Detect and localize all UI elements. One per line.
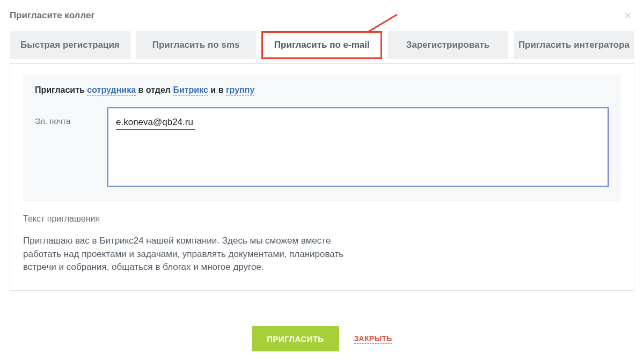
email-label: Эл. почта: [35, 107, 94, 126]
invite-button[interactable]: ПРИГЛАСИТЬ: [252, 326, 339, 351]
link-department[interactable]: Битрикс: [173, 85, 208, 95]
email-field[interactable]: [107, 107, 609, 187]
close-icon[interactable]: ×: [621, 10, 634, 21]
dialog-header: Пригласите коллег ×: [10, 10, 634, 21]
panel: Пригласить сотрудника в отдел Битрикс и …: [10, 63, 634, 291]
tab-label: Пригласить по e-mail: [274, 40, 370, 50]
tab-invite-integrator[interactable]: Пригласить интегратора: [514, 31, 634, 59]
invite-text: в отдел: [136, 85, 173, 94]
invitation-text-block: Текст приглашения Приглашаю вас в Битрик…: [23, 214, 621, 274]
button-label: ПРИГЛАСИТЬ: [267, 334, 324, 343]
footer: ПРИГЛАСИТЬ ЗАКРЫТЬ: [0, 318, 644, 360]
tab-label: Быстрая регистрация: [20, 40, 120, 50]
close-button[interactable]: ЗАКРЫТЬ: [354, 334, 392, 344]
dialog-title: Пригласите коллег: [10, 10, 95, 21]
tab-label: Зарегистрировать: [406, 40, 489, 50]
tab-label: Пригласить по sms: [152, 40, 240, 50]
email-underline: [116, 117, 195, 130]
email-input[interactable]: [116, 117, 195, 128]
email-field-row: Эл. почта: [35, 107, 609, 187]
invitation-text-body: Приглашаю вас в Битрикс24 нашей компании…: [23, 234, 367, 274]
tab-label: Пригласить интегратора: [518, 40, 630, 50]
invite-text: и в: [208, 85, 226, 94]
invitation-text-label: Текст приглашения: [23, 214, 621, 224]
tab-invite-email[interactable]: Пригласить по e-mail: [261, 31, 382, 59]
link-group[interactable]: группу: [226, 85, 254, 95]
tab-register[interactable]: Зарегистрировать: [387, 31, 508, 59]
invite-text: Пригласить: [35, 85, 87, 94]
invite-sentence: Пригласить сотрудника в отдел Битрикс и …: [35, 85, 609, 95]
tab-quick-registration[interactable]: Быстрая регистрация: [10, 31, 130, 59]
panel-inner: Пригласить сотрудника в отдел Битрикс и …: [23, 75, 621, 202]
tabs: Быстрая регистрация Пригласить по sms Пр…: [10, 31, 634, 59]
link-employee[interactable]: сотрудника: [87, 85, 136, 95]
tab-invite-sms[interactable]: Пригласить по sms: [136, 31, 257, 59]
